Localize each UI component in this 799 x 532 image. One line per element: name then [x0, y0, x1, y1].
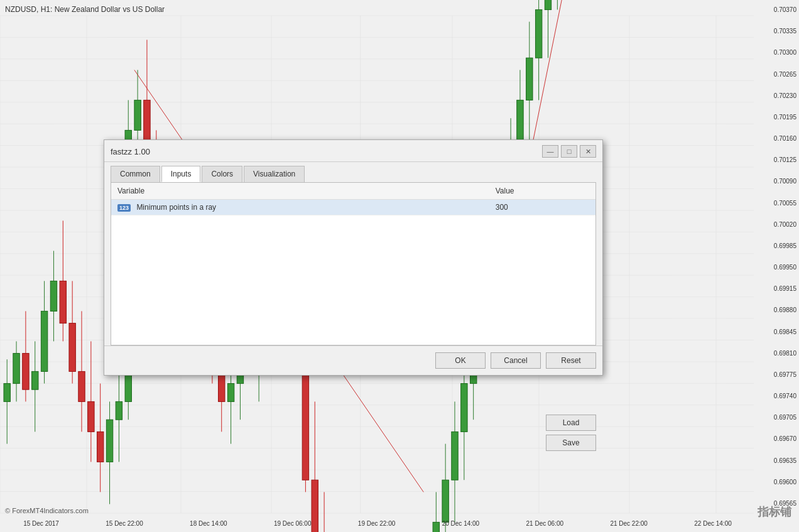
price-label: 0.70300 — [758, 49, 796, 56]
indicator-dialog: fastzz 1.00 — □ ✕ Common Inputs Colors V… — [104, 139, 603, 376]
time-label: 19 Dec 22:00 — [358, 520, 396, 527]
time-label: 19 Dec 06:00 — [274, 520, 312, 527]
table-row[interactable]: 123 Minimum points in a ray 300 — [111, 200, 595, 215]
time-label: 18 Dec 14:00 — [190, 520, 227, 527]
price-label: 0.70195 — [758, 114, 796, 121]
dialog-controls: — □ ✕ — [542, 145, 596, 158]
param-table: Variable Value 123 Minimum points in a r… — [111, 183, 595, 215]
price-label: 0.70230 — [758, 92, 796, 99]
col-value: Value — [489, 183, 595, 200]
price-label: 0.70160 — [758, 135, 796, 142]
tab-visualization[interactable]: Visualization — [244, 166, 305, 182]
time-label: 15 Dec 22:00 — [106, 520, 143, 527]
time-label: 21 Dec 06:00 — [526, 520, 564, 527]
price-label: 0.69600 — [758, 479, 796, 486]
price-label: 0.70265 — [758, 71, 796, 78]
price-label: 0.69915 — [758, 285, 796, 292]
dialog-titlebar: fastzz 1.00 — □ ✕ — [104, 140, 602, 162]
variable-cell: 123 Minimum points in a ray — [111, 200, 489, 215]
price-axis: 0.70370 0.70335 0.70300 0.70265 0.70230 … — [755, 0, 799, 513]
price-label: 0.69740 — [758, 393, 796, 399]
time-label: 15 Dec 2017 — [23, 520, 59, 527]
variable-name: Minimum points in a ray — [136, 203, 216, 212]
price-label: 0.70055 — [758, 200, 796, 207]
price-label: 0.69985 — [758, 242, 796, 249]
price-label: 0.69845 — [758, 328, 796, 335]
col-variable: Variable — [111, 183, 489, 200]
save-button[interactable]: Save — [546, 435, 596, 451]
cancel-button[interactable]: Cancel — [491, 352, 541, 369]
ok-button[interactable]: OK — [435, 352, 486, 369]
tab-bar: Common Inputs Colors Visualization — [104, 162, 602, 182]
dialog-title: fastzz 1.00 — [111, 147, 150, 156]
price-label: 0.70370 — [758, 6, 796, 13]
side-buttons: Load Save — [546, 415, 596, 451]
price-label: 0.69635 — [758, 457, 796, 464]
price-label: 0.69705 — [758, 414, 796, 421]
tab-colors[interactable]: Colors — [202, 166, 242, 182]
reset-button[interactable]: Reset — [546, 352, 596, 369]
tab-inputs[interactable]: Inputs — [161, 166, 201, 182]
price-label: 0.69775 — [758, 371, 796, 378]
tab-common[interactable]: Common — [111, 166, 160, 182]
dialog-footer: OK Cancel Reset — [104, 345, 602, 375]
maximize-button[interactable]: □ — [561, 145, 577, 158]
close-button[interactable]: ✕ — [580, 145, 596, 158]
price-label: 0.70090 — [758, 178, 796, 185]
price-label: 0.70125 — [758, 156, 796, 163]
tab-content: Variable Value 123 Minimum points in a r… — [111, 182, 596, 345]
price-label: 0.70335 — [758, 28, 796, 35]
minimize-button[interactable]: — — [542, 145, 558, 158]
price-label: 0.69810 — [758, 350, 796, 357]
load-button[interactable]: Load — [546, 415, 596, 431]
time-label: 21 Dec 22:00 — [610, 520, 648, 527]
time-label: 20 Dec 14:00 — [442, 520, 480, 527]
price-label: 0.70020 — [758, 221, 796, 228]
watermark: © ForexMT4Indicators.com — [5, 507, 89, 514]
time-axis: 15 Dec 2017 15 Dec 22:00 18 Dec 14:00 19… — [0, 514, 755, 532]
time-label: 22 Dec 14:00 — [694, 520, 732, 527]
price-label: 0.69950 — [758, 264, 796, 271]
price-label: 0.69880 — [758, 307, 796, 313]
watermark-cn: 指标铺 — [758, 504, 791, 519]
chart-title: NZDUSD, H1: New Zealand Dollar vs US Dol… — [5, 5, 165, 14]
price-label: 0.69670 — [758, 435, 796, 442]
var-type-icon: 123 — [117, 204, 131, 212]
value-cell[interactable]: 300 — [489, 200, 595, 215]
